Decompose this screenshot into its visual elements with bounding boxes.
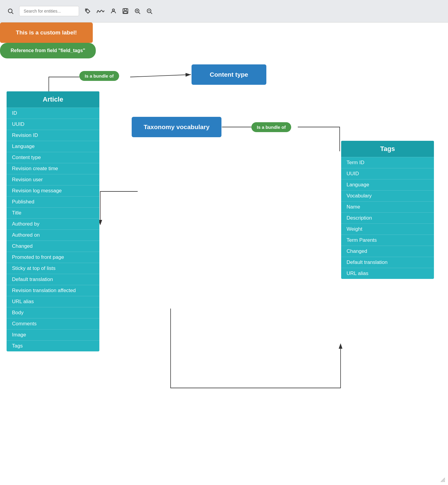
article-field-comments: Comments: [7, 318, 99, 329]
taxonomy-vocabulary-node[interactable]: Taxonomy vocabulary: [132, 117, 221, 137]
article-field-default-translation: Default translation: [7, 274, 99, 285]
article-field-revision-id: Revision ID: [7, 130, 99, 141]
svg-line-15: [130, 75, 191, 77]
svg-point-0: [8, 9, 12, 13]
bundle-label-1[interactable]: Is a bundle of: [79, 71, 119, 81]
svg-line-23: [444, 481, 445, 482]
tags-field-term-parents: Term Parents: [341, 235, 434, 246]
article-field-content-type: Content type: [7, 152, 99, 163]
search-icon[interactable]: [7, 8, 14, 14]
article-field-body: Body: [7, 307, 99, 318]
tags-field-url-alias: URL alias: [341, 268, 434, 279]
tags-field-vocabulary: Vocabulary: [341, 190, 434, 201]
article-fields: ID UUID Revision ID Language Content typ…: [7, 108, 99, 351]
svg-line-9: [139, 12, 140, 14]
label-icon[interactable]: [84, 8, 91, 14]
resize-handle[interactable]: [441, 478, 446, 483]
reference-label-node[interactable]: Reference from field "field_tags": [0, 43, 96, 58]
svg-rect-7: [124, 11, 127, 13]
article-field-authored-by: Authored by: [7, 218, 99, 229]
article-field-promoted: Promoted to front page: [7, 252, 99, 263]
tags-field-term-id: Term ID: [341, 157, 434, 168]
svg-line-22: [442, 479, 445, 482]
article-field-image: Image: [7, 329, 99, 340]
article-node[interactable]: Article ID UUID Revision ID Language Con…: [7, 91, 99, 351]
article-field-url-alias: URL alias: [7, 296, 99, 307]
article-field-sticky: Sticky at top of lists: [7, 263, 99, 274]
custom-label-node[interactable]: This is a custom label!: [0, 22, 93, 43]
zoom-out-icon[interactable]: [146, 8, 153, 14]
svg-point-2: [86, 10, 87, 10]
article-field-title: Title: [7, 207, 99, 218]
article-field-revision-log: Revision log message: [7, 185, 99, 196]
bundle-label-2[interactable]: Is a bundle of: [251, 122, 291, 132]
article-field-revision-translation: Revision translation affected: [7, 285, 99, 296]
article-field-revision-create-time: Revision create time: [7, 163, 99, 174]
tags-fields: Term ID UUID Language Vocabulary Name De…: [341, 157, 434, 279]
article-field-authored-on: Authored on: [7, 229, 99, 241]
article-field-tags: Tags: [7, 340, 99, 351]
trend-icon[interactable]: [96, 8, 105, 14]
tags-field-default-translation: Default translation: [341, 257, 434, 268]
tags-field-weight: Weight: [341, 223, 434, 235]
toolbar: [0, 0, 448, 22]
tags-field-language: Language: [341, 179, 434, 190]
article-field-changed: Changed: [7, 241, 99, 252]
article-title: Article: [7, 91, 99, 108]
tags-field-name: Name: [341, 201, 434, 212]
svg-point-4: [113, 9, 114, 11]
svg-line-13: [151, 12, 152, 14]
canvas: Is a bundle of Content type Is a bundle …: [0, 22, 448, 485]
tags-field-changed: Changed: [341, 246, 434, 257]
article-field-uuid: UUID: [7, 119, 99, 130]
zoom-in-icon[interactable]: [134, 8, 141, 14]
article-field-id: ID: [7, 108, 99, 119]
svg-rect-6: [124, 9, 126, 10]
article-field-language: Language: [7, 141, 99, 152]
tags-title: Tags: [341, 141, 434, 157]
person-icon[interactable]: [110, 8, 117, 14]
tags-node[interactable]: Tags Term ID UUID Language Vocabulary Na…: [341, 141, 434, 279]
search-input[interactable]: [19, 6, 79, 16]
svg-line-1: [12, 12, 13, 14]
article-field-published: Published: [7, 196, 99, 207]
tags-field-description: Description: [341, 212, 434, 223]
content-type-node[interactable]: Content type: [192, 64, 266, 85]
tags-field-uuid: UUID: [341, 168, 434, 179]
save-icon[interactable]: [122, 8, 129, 14]
article-field-revision-user: Revision user: [7, 174, 99, 185]
